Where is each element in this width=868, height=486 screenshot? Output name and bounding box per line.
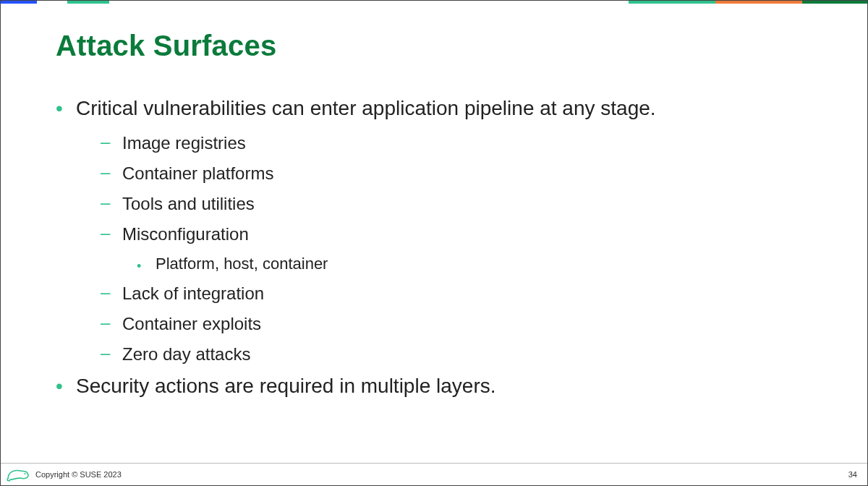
accent-seg-spacer: [109, 1, 629, 4]
disc-bullet-icon: •: [137, 260, 156, 273]
slide-footer: Copyright © SUSE 2023 34: [1, 464, 867, 485]
svg-point-0: [25, 473, 26, 474]
dash-bullet-icon: –: [101, 194, 122, 211]
sub-sub-text: Platform, host, container: [156, 255, 328, 273]
sub-item: – Container platforms: [101, 163, 824, 184]
sub-sub-item: • Platform, host, container: [137, 255, 824, 273]
sub-sub-list: • Platform, host, container: [137, 255, 824, 273]
bullet-item: • Security actions are required in multi…: [56, 375, 824, 398]
accent-seg-teal: [67, 1, 109, 4]
sub-text: Container platforms: [122, 163, 273, 184]
bullet-text: Security actions are required in multipl…: [76, 375, 495, 398]
sub-item: – Container exploits: [101, 314, 824, 334]
slide-accent-bar: [1, 1, 867, 4]
bullet-item: • Critical vulnerabilities can enter app…: [56, 97, 824, 364]
dash-bullet-icon: –: [101, 163, 122, 181]
bullet-list: • Critical vulnerabilities can enter app…: [56, 97, 824, 398]
sub-item: – Zero day attacks: [101, 344, 824, 364]
sub-list: – Image registries – Container platforms…: [101, 133, 824, 364]
dash-bullet-icon: –: [101, 133, 122, 150]
bullet-text: Critical vulnerabilities can enter appli…: [76, 97, 656, 120]
sub-text: Image registries: [122, 133, 246, 153]
sub-item: – Tools and utilities: [101, 194, 824, 214]
copyright-text: Copyright © SUSE 2023: [35, 470, 122, 479]
sub-text: Misconfiguration: [122, 224, 249, 244]
dash-bullet-icon: –: [101, 344, 122, 362]
accent-seg-teal2: [629, 1, 715, 4]
accent-seg-green: [802, 1, 867, 4]
sub-item: – Image registries: [101, 133, 824, 153]
slide-content: Attack Surfaces • Critical vulnerabiliti…: [56, 30, 824, 408]
sub-text: Lack of integration: [122, 284, 264, 304]
accent-seg-orange: [715, 1, 802, 4]
sub-text: Tools and utilities: [122, 194, 255, 214]
sub-text: Container exploits: [122, 314, 261, 334]
sub-item: – Lack of integration: [101, 284, 824, 304]
sub-text: Zero day attacks: [122, 344, 250, 364]
dash-bullet-icon: –: [101, 224, 122, 242]
dash-bullet-icon: –: [101, 284, 122, 301]
accent-seg-blue: [1, 1, 37, 4]
dash-bullet-icon: –: [101, 314, 122, 331]
disc-bullet-icon: •: [56, 376, 76, 396]
disc-bullet-icon: •: [56, 98, 76, 119]
slide-title: Attack Surfaces: [56, 30, 824, 62]
page-number: 34: [848, 470, 857, 479]
suse-chameleon-icon: [5, 466, 31, 483]
sub-item: – Misconfiguration • Platform, host, con…: [101, 224, 824, 273]
